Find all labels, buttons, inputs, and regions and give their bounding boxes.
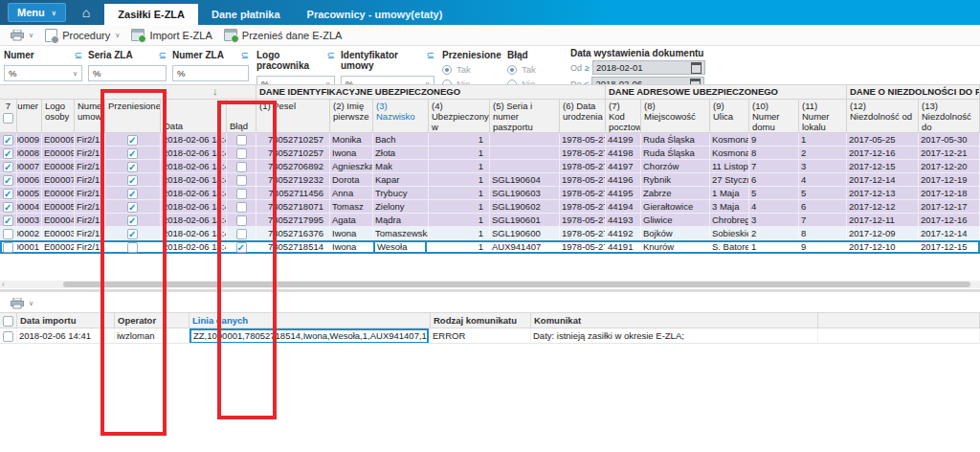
- row-select-checkbox[interactable]: [3, 202, 13, 213]
- grid-cell-lokal[interactable]: 9: [799, 240, 847, 254]
- grid-cell-ulica[interactable]: 11 Listopa: [710, 160, 749, 173]
- grid-cell-pesel[interactable]: 78052716376: [256, 227, 330, 240]
- grid-cell-kod[interactable]: 44196: [606, 173, 641, 187]
- grid-cell-logo[interactable]: E00003: [42, 227, 75, 240]
- column-header-miejscowosc[interactable]: (8) Miejscowość: [641, 100, 710, 133]
- przeniesione-checkbox[interactable]: [127, 175, 138, 186]
- column-header-rodzaj[interactable]: Rodzaj komunikatu: [431, 312, 531, 328]
- grid-cell-numer[interactable]: 1000009: [17, 133, 42, 147]
- grid-cell-numer[interactable]: 1000008: [17, 147, 42, 160]
- column-header-operator[interactable]: Operator: [115, 312, 165, 328]
- grid-cell-paszport[interactable]: SGL190601: [490, 214, 560, 227]
- message-cell-operator[interactable]: iwzloman: [115, 328, 165, 344]
- column-header-urodzenia[interactable]: (6) Data urodzenia: [560, 100, 606, 133]
- calendar-icon[interactable]: [691, 62, 702, 74]
- grid-cell-nazwisko[interactable]: Bach: [373, 133, 429, 147]
- grid-row[interactable]: 1000008E00009Fir2/12018-02-06 14:4178052…: [0, 147, 980, 160]
- grid-row[interactable]: 1000004E00005Fir2/12018-02-06 14:4178052…: [0, 200, 980, 214]
- column-header-paszport[interactable]: (5) Seria i numer paszportu: [490, 100, 560, 133]
- grid-cell-przeniesione[interactable]: [105, 133, 161, 147]
- grid-cell-nazwisko[interactable]: Kapar: [373, 173, 429, 187]
- blad-checkbox[interactable]: [236, 189, 247, 199]
- procedury-button[interactable]: Procedury ∨: [39, 26, 125, 44]
- select-all-checkbox[interactable]: [3, 113, 13, 124]
- grid-cell-miejscowosc[interactable]: Ruda Śląska: [641, 147, 710, 160]
- column-header-przeniesione[interactable]: Przeniesione: [105, 100, 161, 133]
- grid-cell-od[interactable]: 2017-12-10: [847, 240, 919, 254]
- przeniesione-checkbox[interactable]: [127, 189, 138, 199]
- grid-cell-sel[interactable]: [0, 200, 17, 214]
- grid-cell-imie[interactable]: Agnieszka: [330, 160, 373, 173]
- grid-cell-ulica[interactable]: Chrobrego: [710, 214, 749, 227]
- grid-cell-do[interactable]: 2017-12-18: [919, 187, 980, 200]
- grid-cell-do[interactable]: 2017-12-21: [919, 147, 980, 160]
- grid-cell-nazwisko[interactable]: Zielony: [373, 200, 429, 214]
- focused-cell[interactable]: ZZ,1000001,78052718514,Iwona,Wesoła,1,AU…: [189, 328, 429, 344]
- grid-cell-umowa[interactable]: Fir2/1: [75, 160, 105, 173]
- grid-cell-lokal[interactable]: 6: [799, 200, 847, 214]
- grid-cell-ulica[interactable]: 3 Maja: [710, 200, 749, 214]
- grid-cell-urodzenia[interactable]: 1978-05-27: [560, 160, 606, 173]
- grid-cell-od[interactable]: 2017-12-14: [847, 173, 919, 187]
- grid-cell-paszport[interactable]: AUX941407: [490, 240, 560, 254]
- przeniesione-checkbox[interactable]: [127, 242, 138, 253]
- grid-cell-przeniesione[interactable]: [105, 240, 161, 254]
- grid-cell-kod[interactable]: 44192: [606, 227, 641, 240]
- grid-cell-do[interactable]: 2017-05-30: [919, 133, 980, 147]
- grid-cell-logo[interactable]: E00007: [42, 173, 75, 187]
- date-from-input[interactable]: 2018-02-01: [592, 60, 705, 75]
- grid-cell-pesel[interactable]: 78052718071: [256, 200, 330, 214]
- grid-row[interactable]: 1000006E00007Fir2/12018-02-06 14:4178052…: [0, 173, 980, 187]
- grid-cell-do[interactable]: 2017-12-20: [919, 160, 980, 173]
- grid-cell-ubezp[interactable]: 1: [429, 160, 490, 173]
- column-header-imie[interactable]: (2) Imię pierwsze: [330, 100, 373, 133]
- grid-cell-numer[interactable]: 1000007: [17, 160, 42, 173]
- grid-cell-ulica[interactable]: 1 Maja: [710, 187, 749, 200]
- tab-pracownicy-umowy[interactable]: Pracownicy - umowy(etaty): [294, 4, 457, 25]
- grid-cell-paszport[interactable]: SGL190603: [490, 187, 560, 200]
- column-header-lokal[interactable]: (11) Numer lokalu: [799, 100, 847, 133]
- column-header-logo[interactable]: Logo osoby: [42, 100, 75, 133]
- grid-cell-lokal[interactable]: 8: [799, 227, 847, 240]
- subset-operator-icon[interactable]: ⊆: [159, 50, 167, 60]
- grid-cell-ulica[interactable]: Kosmonał: [710, 147, 749, 160]
- grid-cell-kod[interactable]: 44194: [606, 200, 641, 214]
- grid-cell-ubezp[interactable]: 1: [429, 187, 490, 200]
- grid-cell-imie[interactable]: Agata: [330, 214, 373, 227]
- column-header-ulica[interactable]: (9) Ulica: [710, 100, 749, 133]
- grid-cell-lokal[interactable]: 3: [799, 160, 847, 173]
- sort-descending-icon[interactable]: ↓: [212, 85, 218, 97]
- grid-cell-blad[interactable]: [227, 147, 256, 160]
- grid-cell-lokal[interactable]: 2: [799, 147, 847, 160]
- column-header-umowa[interactable]: Numer umowy: [75, 100, 105, 133]
- grid-row[interactable]: 1000001E00002Fir2/12018-02-06 14:4178052…: [0, 240, 980, 254]
- grid-cell-dom[interactable]: 7: [749, 160, 799, 173]
- grid-cell-pesel[interactable]: 78052717995: [256, 214, 330, 227]
- grid-cell-miejscowosc[interactable]: Zabrze: [641, 187, 710, 200]
- subset-operator-icon[interactable]: ⊆: [241, 50, 249, 60]
- grid-cell-przeniesione[interactable]: [105, 187, 161, 200]
- przeniesione-checkbox[interactable]: [127, 215, 138, 226]
- grid-cell-data[interactable]: 2018-02-06 14:41: [161, 187, 227, 200]
- grid-cell-numer[interactable]: 1000001: [17, 240, 42, 254]
- print-button[interactable]: ∨: [5, 26, 39, 44]
- blad-checkbox[interactable]: [236, 148, 247, 159]
- grid-cell-imie[interactable]: Iwona: [330, 227, 373, 240]
- grid-cell-lokal[interactable]: 4: [799, 173, 847, 187]
- menu-button[interactable]: Menu ∨: [8, 3, 66, 22]
- grid-cell-przeniesione[interactable]: [105, 160, 161, 173]
- subset-operator-icon[interactable]: ⊆: [427, 50, 434, 71]
- grid-cell-miejscowosc[interactable]: Bojków: [641, 227, 710, 240]
- grid-cell-ubezp[interactable]: 1: [429, 173, 490, 187]
- grid-cell-blad[interactable]: [227, 133, 256, 147]
- grid-cell-od[interactable]: 2017-12-13: [847, 187, 919, 200]
- przeniesione-checkbox[interactable]: [127, 135, 138, 146]
- message-cell-rodzaj[interactable]: ERROR: [431, 328, 531, 344]
- grid-cell-ubezp[interactable]: 1: [429, 227, 490, 240]
- message-cell-linia[interactable]: ZZ,1000001,78052718514,Iwona,Wesoła,1,AU…: [189, 328, 431, 344]
- row-select-checkbox[interactable]: [3, 162, 13, 172]
- grid-cell-od[interactable]: 2017-12-15: [847, 160, 919, 173]
- grid-cell-logo[interactable]: E00008: [42, 160, 75, 173]
- grid-cell-sel[interactable]: [0, 187, 17, 200]
- column-header-od[interactable]: (12) Niezdolność od: [847, 100, 919, 133]
